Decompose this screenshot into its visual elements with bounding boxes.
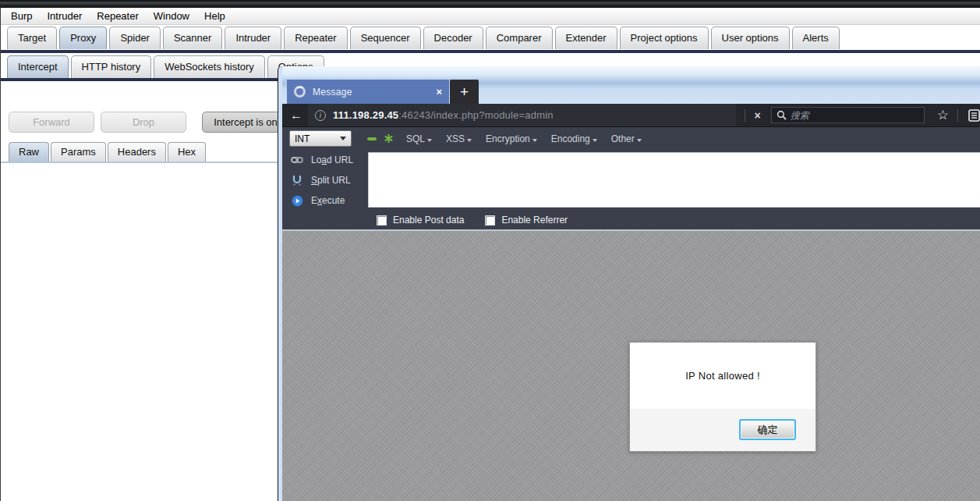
search-input[interactable]	[791, 110, 907, 121]
tab-headers[interactable]: Headers	[108, 142, 166, 162]
caret-down-icon	[637, 139, 642, 142]
tab-extender[interactable]: Extender	[555, 27, 617, 49]
tab-spider[interactable]: Spider	[109, 27, 161, 49]
post-data-checkbox[interactable]	[377, 215, 387, 226]
menu-encoding-label: Encoding	[551, 133, 590, 144]
ok-button[interactable]: 确定	[739, 419, 796, 440]
split-url-button[interactable]: Split URL	[282, 170, 368, 190]
caret-down-icon	[532, 139, 537, 142]
caret-down-icon	[467, 139, 472, 142]
caret-down-icon	[593, 139, 597, 142]
firefox-titlebar[interactable]: Message × +	[282, 66, 980, 104]
subtab-intercept[interactable]: Intercept	[7, 55, 69, 78]
top-window-edge	[0, 0, 980, 8]
menu-intruder[interactable]: Intruder	[47, 10, 82, 22]
chain-link-icon	[290, 155, 304, 165]
menu-encryption[interactable]: Encryption	[486, 133, 537, 144]
menu-help[interactable]: Help	[204, 10, 225, 22]
execute-button[interactable]: Execute	[282, 190, 368, 211]
new-tab-button[interactable]: +	[450, 80, 479, 104]
menu-other-label: Other	[611, 133, 635, 144]
tab-intruder[interactable]: Intruder	[225, 27, 281, 49]
tab-alerts[interactable]: Alerts	[792, 27, 840, 49]
menu-window[interactable]: Window	[154, 10, 189, 22]
stop-load-button[interactable]: ×	[754, 109, 760, 122]
subtab-websockets-history[interactable]: WebSockets history	[154, 55, 265, 78]
split-url-label: Split URL	[311, 175, 351, 186]
burp-main-tabs: Target Proxy Spider Scanner Intruder Rep…	[7, 27, 842, 49]
burp-message-view-tabs: Raw Params Headers Hex	[9, 142, 207, 162]
search-icon	[777, 110, 787, 120]
back-button[interactable]: ←	[290, 108, 302, 123]
tab-raw[interactable]: Raw	[9, 142, 49, 162]
load-url-label: Load URL	[311, 155, 353, 165]
tab-proxy[interactable]: Proxy	[59, 27, 107, 49]
dialog-message: IP Not allowed !	[630, 343, 815, 409]
enable-post-data-option[interactable]: Enable Post data	[377, 215, 464, 226]
preset-value: INT	[295, 133, 310, 144]
dialog-footer: 确定	[630, 409, 815, 451]
toolbar-separator	[745, 109, 745, 122]
collapse-minus-icon[interactable]	[367, 137, 377, 140]
url-host: 111.198.29.45	[333, 109, 398, 121]
hackbar-url-textarea[interactable]	[368, 152, 980, 208]
search-box[interactable]	[771, 107, 925, 123]
tab-project-options[interactable]: Project options	[620, 27, 709, 49]
site-info-icon[interactable]: i	[315, 110, 326, 121]
burp-subtab-divider	[1, 78, 280, 81]
firefox-tab-strip: Message × +	[287, 80, 479, 104]
burp-menubar: Burp Intruder Repeater Window Help	[1, 8, 980, 25]
menu-encryption-label: Encryption	[486, 133, 530, 144]
enable-referrer-option[interactable]: Enable Referrer	[485, 215, 568, 226]
firefox-navbar: ← i 111.198.29.45:46243/index.php?module…	[282, 104, 980, 126]
magnet-icon	[290, 175, 304, 186]
hackbar-body: Load URL Split URL	[282, 150, 980, 211]
browser-tab-message[interactable]: Message ×	[287, 80, 449, 104]
tab-close-icon[interactable]: ×	[436, 86, 442, 98]
burp-tab-divider	[1, 50, 980, 53]
referrer-checkbox[interactable]	[485, 215, 495, 226]
view-tabs-underline	[1, 162, 280, 163]
menu-xss[interactable]: XSS	[446, 133, 472, 144]
referrer-label: Enable Referrer	[501, 215, 568, 226]
subtab-http-history[interactable]: HTTP history	[71, 55, 152, 78]
menu-xss-label: XSS	[446, 133, 465, 144]
alert-dialog: IP Not allowed ! 确定	[629, 342, 816, 452]
tab-sequencer[interactable]: Sequencer	[350, 27, 421, 49]
tab-user-options[interactable]: User options	[711, 27, 790, 49]
tab-target[interactable]: Target	[7, 27, 57, 49]
execute-label: Execute	[311, 195, 345, 206]
tab-scanner[interactable]: Scanner	[163, 27, 222, 49]
hackbar-preset-select[interactable]: INT	[289, 130, 352, 147]
post-data-label: Enable Post data	[393, 215, 464, 226]
menu-encoding[interactable]: Encoding	[551, 133, 597, 144]
hackbar-actions: Load URL Split URL	[282, 150, 368, 211]
asterisk-icon[interactable]	[384, 133, 394, 144]
forward-button[interactable]: Forward	[9, 112, 94, 133]
chevron-down-icon	[340, 137, 346, 140]
intercept-toggle-button[interactable]: Intercept is on	[202, 112, 289, 133]
bookmark-star-icon[interactable]: ☆	[937, 107, 949, 123]
menu-sql-label: SQL	[406, 133, 425, 144]
drop-button[interactable]: Drop	[101, 112, 186, 133]
caret-down-icon	[427, 139, 432, 142]
tab-params[interactable]: Params	[51, 142, 106, 162]
menu-sql[interactable]: SQL	[406, 133, 432, 144]
hackbar-options-row: Enable Post data Enable Referrer	[282, 211, 980, 229]
menu-other[interactable]: Other	[611, 133, 642, 144]
tab-loading-spinner-icon	[294, 86, 306, 98]
menu-repeater[interactable]: Repeater	[97, 10, 138, 22]
firefox-window: Message × + ← i 111.198.29.45:46243/inde…	[278, 66, 980, 501]
menu-burp[interactable]: Burp	[11, 10, 32, 22]
tab-repeater[interactable]: Repeater	[284, 27, 347, 49]
tab-hex[interactable]: Hex	[168, 142, 206, 162]
hackbar-toolbar: INT SQL XSS	[282, 126, 980, 150]
tab-decoder[interactable]: Decoder	[423, 27, 483, 49]
load-url-button[interactable]: Load URL	[282, 150, 368, 170]
url-bar[interactable]: i 111.198.29.45:46243/index.php?module=a…	[308, 104, 736, 126]
browser-tab-title: Message	[313, 87, 436, 98]
url-path: :46243/index.php?module=admin	[398, 109, 553, 121]
tab-comparer[interactable]: Comparer	[486, 27, 553, 49]
play-icon	[290, 195, 304, 207]
library-icon[interactable]	[968, 109, 980, 122]
